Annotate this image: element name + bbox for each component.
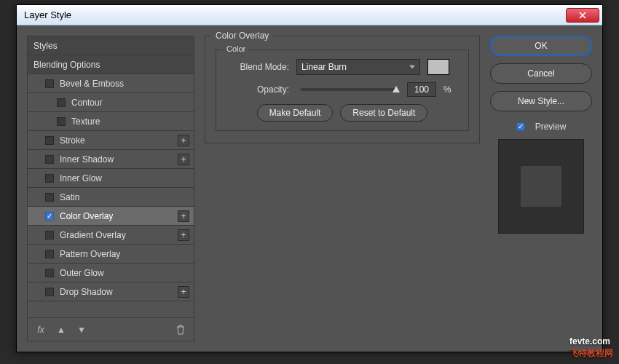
color-subgroup: Color Blend Mode: Linear Burn Opacity: 1… (216, 50, 469, 131)
inner-shadow-checkbox[interactable] (45, 155, 54, 164)
color-overlay-checkbox[interactable] (45, 212, 54, 221)
opacity-input[interactable]: 100 (407, 82, 436, 97)
blend-mode-select[interactable]: Linear Burn (296, 59, 420, 75)
stroke-checkbox[interactable] (45, 136, 54, 145)
titlebar: Layer Style (17, 5, 602, 25)
opacity-unit: % (443, 84, 452, 95)
inner-glow-row[interactable]: Inner Glow (28, 169, 194, 188)
trash-icon[interactable] (175, 325, 186, 335)
texture-row[interactable]: Texture (28, 112, 194, 131)
drop-shadow-expand-icon[interactable] (178, 286, 189, 298)
color-overlay-group: Color Overlay Color Blend Mode: Linear B… (205, 36, 480, 143)
close-icon (579, 12, 586, 19)
group-title: Color Overlay (211, 31, 273, 41)
slider-thumb-icon[interactable] (393, 86, 400, 92)
stroke-row[interactable]: Stroke (28, 131, 194, 150)
drop-shadow-row[interactable]: Drop Shadow (28, 282, 194, 301)
settings-panel: Color Overlay Color Blend Mode: Linear B… (205, 36, 480, 341)
ok-button[interactable]: OK (490, 36, 592, 56)
opacity-label: Opacity: (226, 84, 289, 95)
styles-list: Styles Blending Options Bevel & Emboss C… (27, 36, 194, 341)
styles-footer: fx ▲ ▼ (28, 317, 194, 341)
contour-checkbox[interactable] (57, 98, 66, 107)
styles-header[interactable]: Styles (28, 36, 194, 55)
inner-title: Color (224, 44, 248, 53)
contour-row[interactable]: Contour (28, 93, 194, 112)
gradient-overlay-checkbox[interactable] (45, 231, 54, 240)
color-swatch[interactable] (427, 59, 449, 75)
pattern-overlay-row[interactable]: Pattern Overlay (28, 245, 194, 264)
close-button[interactable] (566, 8, 599, 23)
bevel-checkbox[interactable] (45, 79, 54, 88)
inner-shadow-expand-icon[interactable] (178, 154, 189, 165)
make-default-button[interactable]: Make Default (257, 104, 334, 122)
outer-glow-row[interactable]: Outer Glow (28, 264, 194, 282)
color-overlay-expand-icon[interactable] (178, 210, 189, 222)
bevel-emboss-row[interactable]: Bevel & Emboss (28, 74, 194, 93)
cancel-button[interactable]: Cancel (490, 63, 592, 84)
layer-style-dialog: Layer Style Styles Blending Options Beve… (16, 4, 603, 352)
reset-default-button[interactable]: Reset to Default (340, 104, 427, 122)
color-overlay-row[interactable]: Color Overlay (28, 207, 194, 226)
gradient-overlay-expand-icon[interactable] (178, 229, 189, 241)
inner-glow-checkbox[interactable] (45, 174, 54, 183)
blend-mode-label: Blend Mode: (226, 62, 289, 72)
stroke-expand-icon[interactable] (178, 135, 189, 146)
gradient-overlay-row[interactable]: Gradient Overlay (28, 226, 194, 245)
texture-checkbox[interactable] (57, 117, 66, 126)
fx-icon[interactable]: fx (35, 325, 47, 335)
new-style-button[interactable]: New Style... (490, 91, 592, 111)
satin-row[interactable]: Satin (28, 188, 194, 207)
window-title: Layer Style (24, 9, 566, 20)
drop-shadow-checkbox[interactable] (45, 288, 54, 296)
move-up-icon[interactable]: ▲ (55, 325, 67, 335)
blending-options-row[interactable]: Blending Options (28, 55, 194, 74)
action-panel: OK Cancel New Style... Preview (490, 36, 592, 341)
preview-box (498, 139, 584, 234)
outer-glow-checkbox[interactable] (45, 269, 54, 277)
preview-checkbox[interactable] (516, 122, 525, 131)
pattern-overlay-checkbox[interactable] (45, 250, 54, 258)
preview-toggle[interactable]: Preview (490, 122, 592, 132)
opacity-slider[interactable] (301, 88, 395, 91)
satin-checkbox[interactable] (45, 193, 54, 202)
inner-shadow-row[interactable]: Inner Shadow (28, 150, 194, 169)
move-down-icon[interactable]: ▼ (76, 325, 87, 335)
preview-thumbnail (521, 166, 561, 207)
